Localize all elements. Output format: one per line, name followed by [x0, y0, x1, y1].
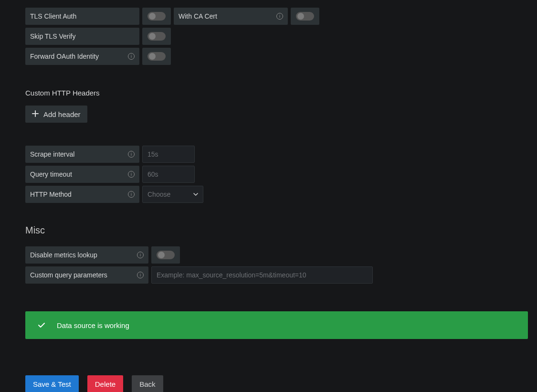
add-header-button[interactable]: Add header: [25, 106, 87, 123]
select-placeholder: Choose: [147, 191, 170, 198]
info-icon: i: [128, 53, 135, 60]
disable-metrics-lookup-label: Disable metrics lookup i: [25, 246, 148, 264]
label-text: Query timeout: [30, 170, 72, 178]
info-icon: i: [137, 272, 144, 278]
forward-oauth-label: Forward OAuth Identity i: [25, 48, 139, 65]
forward-oauth-toggle[interactable]: [147, 52, 166, 61]
alert-message: Data source is working: [57, 321, 129, 329]
chevron-down-icon: [193, 193, 198, 196]
scrape-interval-label: Scrape interval i: [25, 146, 139, 163]
check-icon: [38, 322, 45, 328]
scrape-interval-input[interactable]: [142, 146, 195, 163]
skip-tls-verify-toggle[interactable]: [147, 32, 166, 41]
delete-button[interactable]: Delete: [87, 375, 123, 392]
http-method-select[interactable]: Choose: [142, 186, 203, 203]
with-ca-cert-toggle[interactable]: [296, 12, 314, 21]
query-timeout-input[interactable]: [142, 166, 195, 183]
label-text: Scrape interval: [30, 150, 74, 158]
http-method-label: HTTP Method i: [25, 186, 139, 203]
info-icon: i: [128, 191, 135, 198]
disable-metrics-toggle-wrap: [151, 246, 180, 264]
label-text: HTTP Method: [30, 191, 72, 198]
alert-success: Data source is working: [25, 311, 528, 339]
custom-headers-title: Custom HTTP Headers: [25, 89, 537, 97]
info-icon: i: [128, 151, 135, 158]
skip-tls-verify-label: Skip TLS Verify: [25, 28, 139, 45]
skip-tls-verify-toggle-wrap: [142, 28, 171, 45]
label-text: Custom query parameters: [30, 271, 107, 279]
label-text: With CA Cert: [179, 12, 217, 20]
tls-client-auth-toggle[interactable]: [147, 12, 166, 21]
info-icon: i: [137, 252, 144, 258]
disable-metrics-toggle[interactable]: [157, 251, 175, 259]
misc-title: Misc: [25, 225, 537, 236]
back-button[interactable]: Back: [132, 375, 163, 392]
info-icon: i: [276, 13, 283, 20]
tls-client-auth-toggle-wrap: [142, 8, 171, 25]
with-ca-cert-label: With CA Cert i: [174, 8, 288, 25]
with-ca-cert-toggle-wrap: [291, 8, 319, 25]
custom-query-params-label: Custom query parameters i: [25, 266, 148, 284]
label-text: Forward OAuth Identity: [30, 53, 99, 60]
button-row: Save & Test Delete Back: [25, 375, 537, 392]
save-test-button[interactable]: Save & Test: [25, 375, 79, 392]
custom-query-params-input[interactable]: [151, 266, 373, 284]
forward-oauth-toggle-wrap: [142, 48, 171, 65]
query-timeout-label: Query timeout i: [25, 166, 139, 183]
add-header-label: Add header: [43, 110, 81, 118]
info-icon: i: [128, 171, 135, 178]
label-text: TLS Client Auth: [30, 12, 76, 20]
label-text: Skip TLS Verify: [30, 32, 75, 40]
label-text: Disable metrics lookup: [30, 251, 97, 259]
plus-icon: [32, 110, 39, 118]
tls-client-auth-label: TLS Client Auth: [25, 8, 139, 25]
